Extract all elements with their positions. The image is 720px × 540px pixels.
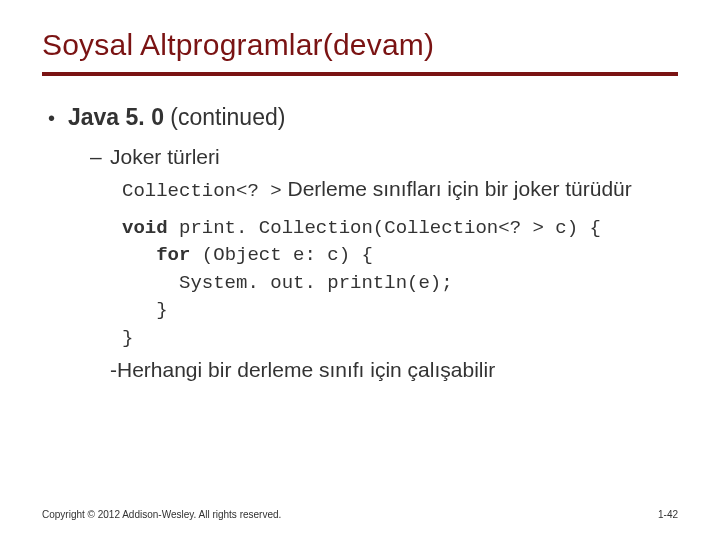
bullet1-cont: (continued) [164, 104, 285, 130]
page-number: 1-42 [658, 509, 678, 520]
code-l2b: (Object e: c) { [190, 244, 372, 266]
code-block: void print. Collection(Collection<? > c)… [42, 215, 678, 353]
bullet1-strong: Java 5. 0 [68, 104, 164, 130]
kw-for: for [156, 244, 190, 266]
explain-line: Collection<? > Derleme sınıfları için bi… [42, 175, 678, 205]
bullet-level-2: – Joker türleri [42, 145, 678, 169]
code-l4: } [156, 299, 167, 321]
bullet-dot-icon: • [48, 107, 68, 130]
copyright-text: Copyright © 2012 Addison-Wesley. All rig… [42, 509, 281, 520]
code-l5: } [122, 327, 133, 349]
closing-line: -Herhangi bir derleme sınıfı için çalışa… [42, 358, 678, 382]
code-l3: System. out. println(e); [179, 272, 453, 294]
footer: Copyright © 2012 Addison-Wesley. All rig… [42, 509, 678, 520]
bullet-level-1: • Java 5. 0 (continued) [42, 104, 678, 131]
kw-void: void [122, 217, 168, 239]
explain-rest: Derleme sınıfları için bir joker türüdür [282, 177, 632, 200]
slide: Soysal Altprogramlar(devam) • Java 5. 0 … [0, 0, 720, 540]
bullet1-text: Java 5. 0 (continued) [68, 104, 285, 131]
code-l1b: print. Collection(Collection<? > c) { [168, 217, 601, 239]
bullet2-text: Joker türleri [110, 145, 220, 169]
inline-code: Collection<? > [122, 180, 282, 202]
slide-title: Soysal Altprogramlar(devam) [42, 28, 678, 62]
title-rule [42, 72, 678, 76]
bullet-dash-icon: – [90, 145, 110, 169]
